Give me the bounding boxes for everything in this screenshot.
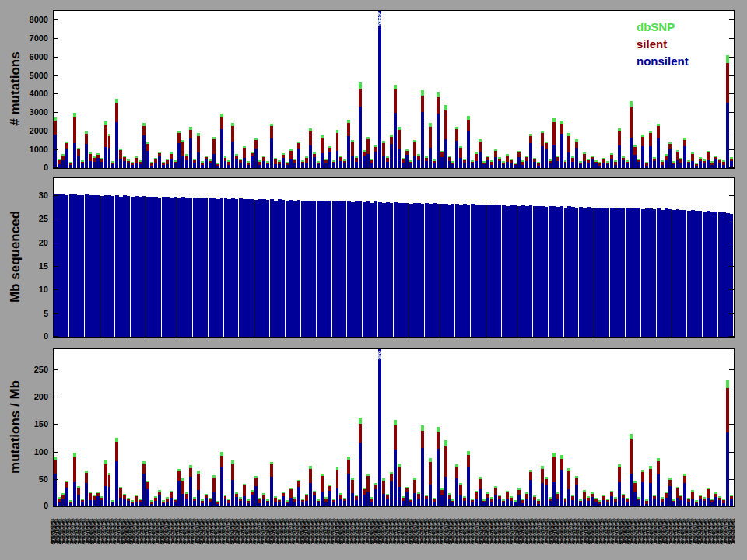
bar-silent bbox=[633, 483, 637, 492]
bar-silent bbox=[417, 494, 420, 499]
bar-dbsnp bbox=[661, 160, 664, 162]
chart-panel-mb-sequenced bbox=[53, 177, 735, 338]
bar-silent bbox=[390, 474, 393, 481]
bar-silent bbox=[691, 492, 694, 499]
bar-nonsilent bbox=[347, 136, 350, 168]
bar-dbsnp bbox=[54, 117, 57, 121]
bar-nonsilent bbox=[355, 162, 358, 168]
bar-silent bbox=[150, 163, 153, 166]
bar-nonsilent bbox=[142, 474, 146, 506]
bar-silent bbox=[58, 160, 61, 164]
bar-nonsilent bbox=[630, 474, 633, 506]
bar-nonsilent bbox=[606, 164, 609, 168]
bar-dbsnp bbox=[231, 123, 234, 126]
y-tick-label: 6000 bbox=[16, 52, 48, 61]
bar-nonsilent bbox=[274, 502, 277, 506]
y-tick-label: 250 bbox=[16, 365, 48, 374]
left-tick-mark bbox=[54, 369, 58, 370]
bar-nonsilent bbox=[366, 154, 370, 168]
bar-silent bbox=[54, 460, 57, 474]
bar-nonsilent bbox=[707, 160, 710, 168]
bar-dbsnp bbox=[602, 495, 605, 496]
bar-nonsilent bbox=[243, 158, 246, 168]
bar-dbsnp bbox=[270, 124, 273, 126]
bar-dbsnp bbox=[193, 497, 196, 499]
bar-dbsnp bbox=[278, 160, 281, 162]
bar-silent bbox=[104, 464, 107, 486]
bar-dbsnp bbox=[591, 156, 594, 157]
bar-dbsnp bbox=[201, 161, 204, 163]
bar-dbsnp bbox=[672, 499, 675, 501]
bar-nonsilent bbox=[552, 482, 556, 506]
bar-silent bbox=[158, 492, 161, 495]
bar-silent bbox=[154, 159, 157, 163]
bar-dbsnp bbox=[162, 500, 165, 502]
bar-dbsnp bbox=[730, 157, 733, 159]
bar-dbsnp bbox=[606, 161, 609, 163]
bar-dbsnp bbox=[235, 154, 238, 156]
bar-nonsilent bbox=[289, 159, 293, 168]
bar-nonsilent bbox=[282, 496, 285, 506]
bar-silent bbox=[444, 110, 447, 139]
bar-dbsnp bbox=[131, 162, 134, 163]
bar-silent bbox=[108, 136, 110, 148]
bar-silent bbox=[649, 133, 652, 146]
bar-silent bbox=[274, 498, 277, 502]
bar-silent bbox=[332, 162, 335, 163]
bar-silent bbox=[185, 494, 188, 499]
bar-nonsilent bbox=[162, 503, 165, 506]
bar-dbsnp bbox=[301, 499, 304, 500]
right-tick-mark bbox=[729, 397, 734, 397]
bar-nonsilent bbox=[455, 478, 458, 506]
bar-silent bbox=[235, 156, 238, 159]
bar-nonsilent bbox=[402, 163, 405, 168]
bar-dbsnp bbox=[525, 492, 528, 494]
bar-nonsilent bbox=[537, 504, 540, 506]
bar-dbsnp bbox=[665, 492, 668, 493]
bar-dbsnp bbox=[679, 158, 682, 159]
bar-nonsilent bbox=[286, 165, 289, 168]
bar-nonsilent bbox=[374, 152, 377, 168]
y-tick-label: 20 bbox=[16, 238, 48, 247]
bar-nonsilent bbox=[394, 450, 397, 506]
bar-silent bbox=[65, 482, 68, 488]
bar-silent bbox=[710, 163, 714, 165]
bar-silent bbox=[451, 163, 454, 164]
bar-dbsnp bbox=[135, 156, 138, 158]
bar-nonsilent bbox=[645, 166, 648, 168]
bar-silent bbox=[201, 501, 204, 503]
bar-silent bbox=[510, 160, 513, 163]
bar-silent bbox=[726, 388, 729, 432]
bar-nonsilent bbox=[409, 163, 412, 168]
bar-dbsnp bbox=[545, 142, 548, 143]
bar-nonsilent bbox=[467, 131, 470, 168]
bar-silent bbox=[579, 163, 582, 164]
bar-nonsilent bbox=[560, 470, 563, 506]
bar-dbsnp bbox=[73, 113, 76, 117]
bar-silent bbox=[433, 161, 436, 163]
bar-mb-sequenced bbox=[498, 205, 501, 337]
bar-dbsnp bbox=[170, 152, 173, 154]
bar-dbsnp bbox=[363, 150, 366, 152]
bar-mb-sequenced bbox=[622, 208, 625, 337]
bar-silent bbox=[85, 134, 88, 144]
bar-nonsilent bbox=[579, 502, 582, 506]
bar-silent bbox=[433, 499, 436, 502]
bar-dbsnp bbox=[575, 139, 578, 142]
bar-silent bbox=[382, 481, 385, 494]
bar-nonsilent bbox=[359, 107, 362, 168]
bar-silent bbox=[254, 478, 258, 486]
bar-dbsnp bbox=[166, 159, 169, 160]
bar-dbsnp bbox=[567, 468, 570, 471]
bar-silent bbox=[630, 439, 633, 474]
bar-dbsnp bbox=[622, 156, 625, 158]
bar-silent bbox=[471, 500, 474, 502]
bar-dbsnp bbox=[243, 146, 246, 148]
bar-silent bbox=[525, 157, 528, 161]
bar-nonsilent bbox=[65, 149, 68, 168]
bar-nonsilent bbox=[123, 161, 126, 168]
bar-silent bbox=[695, 164, 698, 166]
bar-nonsilent bbox=[502, 502, 505, 506]
bar-dbsnp bbox=[278, 499, 281, 500]
bar-dbsnp bbox=[556, 492, 559, 494]
